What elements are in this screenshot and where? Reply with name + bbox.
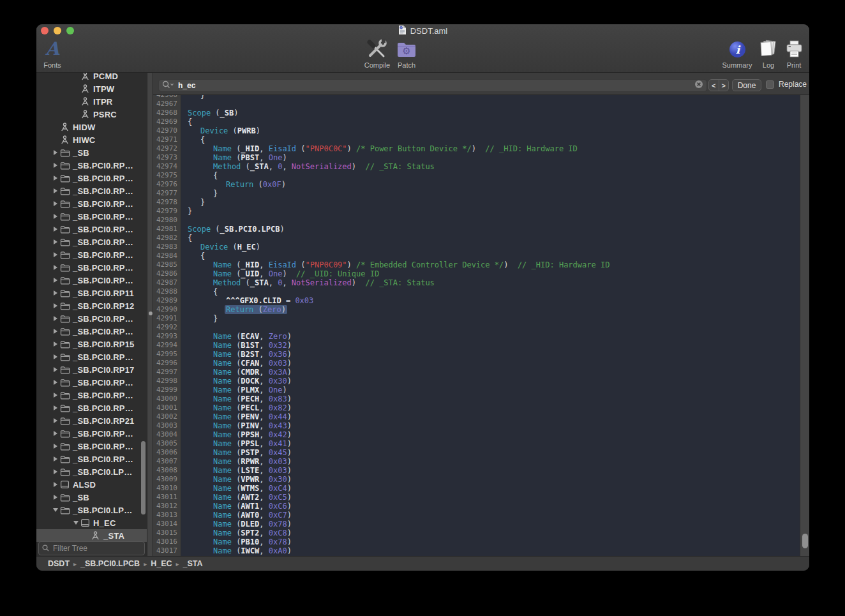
sidebar-item-itpw[interactable]: ITPW (36, 82, 147, 95)
clear-search-icon[interactable] (694, 80, 703, 91)
code-line[interactable]: Name (PB10, 0x78) (181, 537, 800, 546)
filter-tree-field[interactable] (38, 541, 145, 555)
code-line[interactable]: Name (IWCW, 0xA0) (181, 546, 800, 555)
sidebar-item-sb-pci0-rp[interactable]: _SB.PCI0.RP… (36, 312, 147, 325)
sidebar-item-sb-pci0-rp[interactable]: _SB.PCI0.RP… (36, 453, 147, 465)
code-line[interactable]: Return (0x0F) (181, 180, 800, 189)
code-line[interactable]: Name (_UID, One) // _UID: Unique ID (181, 269, 800, 278)
code-line[interactable]: Method (_STA, 0, NotSerialized) // _STA:… (181, 162, 800, 171)
disclosure-collapsed-icon[interactable] (51, 405, 60, 410)
disclosure-collapsed-icon[interactable] (51, 393, 60, 398)
sidebar-item-sb-pci0-rp[interactable]: _SB.PCI0.RP… (36, 184, 147, 197)
code-line[interactable]: Name (DOCK, 0x30) (181, 377, 800, 386)
code-line[interactable]: } (181, 189, 800, 198)
code-line[interactable]: } (181, 207, 800, 216)
disclosure-collapsed-icon[interactable] (51, 418, 60, 423)
find-field[interactable] (158, 79, 707, 92)
code-line[interactable]: Return (Zero) (181, 305, 800, 314)
code-line[interactable]: Name (VPWR, 0x30) (181, 475, 800, 484)
sidebar-scrollbar-thumb[interactable] (141, 441, 146, 515)
code-line[interactable]: Device (H_EC) (181, 243, 800, 252)
code-line[interactable]: Name (WTMS, 0xC4) (181, 484, 800, 493)
code-line[interactable]: Name (PECL, 0x82) (181, 403, 800, 412)
disclosure-collapsed-icon[interactable] (51, 188, 60, 193)
sidebar-item-sb-pci0-rp[interactable]: _SB.PCI0.RP… (36, 172, 147, 184)
code-line[interactable]: { (181, 117, 800, 126)
editor-scrollbar-thumb[interactable] (802, 534, 808, 548)
disclosure-collapsed-icon[interactable] (51, 239, 60, 244)
sidebar-item-sb-pci0-lp[interactable]: _SB.PCI0.LP… (36, 465, 147, 478)
code-line[interactable]: ^^^GFX0.CLID = 0x03 (181, 296, 800, 305)
code-line[interactable]: Name (SPT2, 0xC8) (181, 529, 800, 537)
code-line[interactable]: Name (CFAN, 0x03) (181, 359, 800, 368)
disclosure-collapsed-icon[interactable] (51, 482, 60, 487)
code-line[interactable]: Name (PENV, 0x44) (181, 412, 800, 421)
sidebar-item-sb-pci0-rp[interactable]: _SB.PCI0.RP… (36, 261, 147, 274)
code-line[interactable]: Name (ECAV, Zero) (181, 332, 800, 341)
disclosure-collapsed-icon[interactable] (51, 265, 60, 270)
sidebar-item-psrc[interactable]: PSRC (36, 108, 147, 121)
disclosure-collapsed-icon[interactable] (51, 290, 60, 296)
sidebar-item-pcmd[interactable]: PCMD (36, 73, 147, 82)
search-icon[interactable] (162, 80, 174, 91)
code-line[interactable]: Name (AWT0, 0xC7) (181, 511, 800, 520)
disclosure-collapsed-icon[interactable] (51, 367, 60, 372)
code-line[interactable]: Name (B1ST, 0x32) (181, 341, 800, 350)
sidebar-item-alsd[interactable]: ALSD (36, 478, 147, 491)
code-line[interactable]: Name (PSTP, 0x45) (181, 448, 800, 457)
disclosure-collapsed-icon[interactable] (51, 380, 60, 385)
sidebar-item-sb-pci0-rp[interactable]: _SB.PCI0.RP… (36, 236, 147, 248)
code-line[interactable]: { (181, 287, 800, 296)
sidebar-item-sb-pci0-rp[interactable]: _SB.PCI0.RP… (36, 402, 147, 414)
disclosure-collapsed-icon[interactable] (51, 163, 60, 168)
fonts-button[interactable]: A Fonts (38, 38, 66, 71)
code-line[interactable]: Name (_HID, EisaId ("PNP0C09") /* Embedd… (181, 260, 800, 269)
patch-button[interactable]: ⚙ Patch (393, 38, 421, 71)
replace-checkbox[interactable] (766, 80, 774, 89)
disclosure-collapsed-icon[interactable] (51, 456, 60, 462)
sidebar-item-sb-pci0-rp[interactable]: _SB.PCI0.RP… (36, 376, 147, 389)
sidebar-item-sb-pci0-rp11[interactable]: _SB.PCI0.RP11 (36, 287, 147, 299)
code-line[interactable]: Method (_STA, 0, NotSerialized) // _STA:… (181, 278, 800, 287)
disclosure-collapsed-icon[interactable] (51, 252, 60, 257)
sidebar-item-sb-pci0-rp21[interactable]: _SB.PCI0.RP21 (36, 414, 147, 427)
editor-scrollbar-track[interactable] (800, 95, 809, 556)
sidebar-item-sb-pci0-rp15[interactable]: _SB.PCI0.RP15 (36, 338, 147, 350)
sidebar-item-sb-pci0-rp[interactable]: _SB.PCI0.RP… (36, 350, 147, 363)
sidebar-item-sb-pci0-rp17[interactable]: _SB.PCI0.RP17 (36, 363, 147, 376)
code-line[interactable]: Name (PPSL, 0x41) (181, 439, 800, 448)
disclosure-collapsed-icon[interactable] (51, 201, 60, 206)
disclosure-collapsed-icon[interactable] (51, 329, 60, 334)
code-line[interactable]: Name (LSTE, 0x03) (181, 466, 800, 475)
breadcrumb-item[interactable]: H_EC (151, 559, 172, 568)
sidebar-item-sb-pci0-rp[interactable]: _SB.PCI0.RP… (36, 197, 147, 210)
code-line[interactable] (181, 323, 800, 332)
code-line[interactable]: { (181, 234, 800, 243)
done-button[interactable]: Done (732, 79, 761, 91)
split-divider[interactable] (147, 73, 153, 556)
disclosure-collapsed-icon[interactable] (51, 342, 60, 347)
code-line[interactable]: { (181, 171, 800, 180)
disclosure-collapsed-icon[interactable] (51, 176, 60, 181)
divider-dimple-icon[interactable] (149, 312, 153, 315)
breadcrumb-item[interactable]: _STA (183, 559, 203, 568)
disclosure-collapsed-icon[interactable] (51, 444, 60, 449)
breadcrumb-item[interactable]: DSDT (48, 559, 70, 568)
summary-button[interactable]: i Summary (719, 38, 755, 71)
find-previous-button[interactable]: < (709, 80, 719, 91)
code-line[interactable]: Name (PINV, 0x43) (181, 421, 800, 430)
code-line[interactable]: Name (DLED, 0x78) (181, 520, 800, 529)
sidebar-item-hidw[interactable]: HIDW (36, 121, 147, 133)
sidebar-item-sb-pci0-rp12[interactable]: _SB.PCI0.RP12 (36, 299, 147, 312)
code-line[interactable]: Name (AWT2, 0xC5) (181, 493, 800, 502)
sidebar-item-sb-pci0-rp[interactable]: _SB.PCI0.RP… (36, 427, 147, 440)
code-line[interactable]: { (181, 252, 800, 260)
code-line[interactable]: Name (_HID, EisaId ("PNP0C0C") /* Power … (181, 144, 800, 153)
code-line[interactable]: Name (B2ST, 0x36) (181, 350, 800, 359)
code-line[interactable]: Name (PECH, 0x83) (181, 394, 800, 403)
sidebar-item-sb-pci0-rp[interactable]: _SB.PCI0.RP… (36, 223, 147, 236)
code-line[interactable]: Device (PWRB) (181, 126, 800, 135)
code-line[interactable]: } (181, 198, 800, 207)
find-next-button[interactable]: > (719, 80, 729, 91)
code-line[interactable] (181, 100, 800, 109)
